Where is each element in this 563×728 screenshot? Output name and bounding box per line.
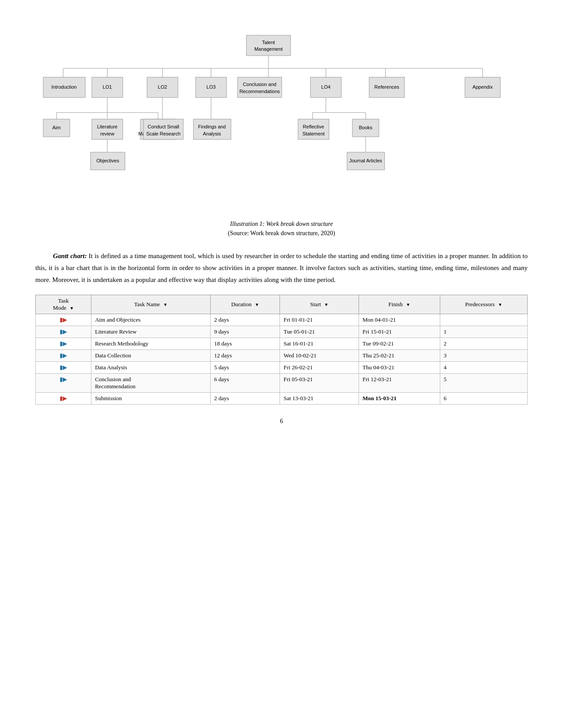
svg-rect-36 xyxy=(92,119,123,139)
task-start-cell: Sat 13-03-21 xyxy=(280,393,359,405)
svg-rect-51 xyxy=(193,119,231,139)
task-start-cell: Sat 16-01-21 xyxy=(280,338,359,350)
svg-text:Books: Books xyxy=(359,125,372,130)
svg-text:Statement: Statement xyxy=(302,131,324,136)
task-finish-cell: Thu 25-02-21 xyxy=(359,350,440,362)
task-name-cell: Data Analysis xyxy=(91,362,211,374)
task-start-cell: Fri 05-03-21 xyxy=(280,374,359,393)
svg-text:References: References xyxy=(374,84,399,90)
task-mode-cell: ▮▶ xyxy=(36,350,91,362)
th-finish[interactable]: Finish ▼ xyxy=(359,295,440,314)
task-finish-cell: Mon 15-03-21 xyxy=(359,393,440,405)
gantt-body-text: It is defined as a time management tool,… xyxy=(35,252,528,283)
task-duration-cell: 2 days xyxy=(211,314,280,326)
svg-text:review: review xyxy=(100,131,114,136)
gantt-description: Gantt chart: It is defined as a time man… xyxy=(35,250,528,286)
figure-caption-line2: (Source: Work break down structure, 2020… xyxy=(35,230,528,237)
table-row: ▮▶Aim and Objectices2 daysFri 01-01-21Mo… xyxy=(36,314,528,326)
task-mode-cell: ▮▶ xyxy=(36,362,91,374)
svg-rect-18 xyxy=(238,77,282,98)
task-mode-cell: ▮▶ xyxy=(36,393,91,405)
svg-text:Journal Articles: Journal Articles xyxy=(349,158,382,163)
svg-rect-47 xyxy=(144,119,183,139)
task-mode-cell: ▮▶ xyxy=(36,374,91,393)
task-finish-cell: Thu 04-03-21 xyxy=(359,362,440,374)
svg-rect-0 xyxy=(246,35,291,56)
svg-text:Talent: Talent xyxy=(262,40,275,45)
task-finish-cell: Tue 09-02-21 xyxy=(359,338,440,350)
task-pred-cell: 4 xyxy=(440,362,527,374)
table-row: ▮▶Data Analysis5 daysFri 26-02-21Thu 04-… xyxy=(36,362,528,374)
task-start-cell: Tue 05-01-21 xyxy=(280,326,359,338)
task-finish-cell: Mon 04-01-21 xyxy=(359,314,440,326)
task-start-cell: Fri 01-01-21 xyxy=(280,314,359,326)
svg-text:LO2: LO2 xyxy=(158,84,167,90)
svg-text:Objectives: Objectives xyxy=(96,158,119,163)
figure-caption-line1: Illustration 1: Work break down structur… xyxy=(35,221,528,228)
task-pred-cell: 6 xyxy=(440,393,527,405)
table-row: ▮▶Submission2 daysSat 13-03-21Mon 15-03-… xyxy=(36,393,528,405)
svg-text:Appendix: Appendix xyxy=(472,84,493,90)
th-task-name[interactable]: Task Name ▼ xyxy=(91,295,211,314)
svg-text:Reflective: Reflective xyxy=(302,124,324,129)
task-start-cell: Wed 10-02-21 xyxy=(280,350,359,362)
th-predecessors[interactable]: Predecessors ▼ xyxy=(440,295,527,314)
task-name-cell: Conclusion andRecommendation xyxy=(91,374,211,393)
th-duration[interactable]: Duration ▼ xyxy=(211,295,280,314)
task-start-cell: Fri 26-02-21 xyxy=(280,362,359,374)
svg-text:Conduct Small: Conduct Small xyxy=(147,124,179,129)
svg-text:Analysis: Analysis xyxy=(203,131,221,136)
wbs-diagram: .box { fill: #e0e0e0; stroke: #999; stro… xyxy=(35,26,528,216)
svg-text:LO4: LO4 xyxy=(321,84,330,90)
task-duration-cell: 12 days xyxy=(211,350,280,362)
task-duration-cell: 18 days xyxy=(211,338,280,350)
task-finish-cell: Fri 15-01-21 xyxy=(359,326,440,338)
table-row: ▮▶Literature Review9 daysTue 05-01-21Fri… xyxy=(36,326,528,338)
task-duration-cell: 6 days xyxy=(211,374,280,393)
page-number: 6 xyxy=(35,418,528,425)
task-duration-cell: 9 days xyxy=(211,326,280,338)
task-pred-cell: 1 xyxy=(440,326,527,338)
gantt-bold-label: Gantt chart: xyxy=(53,252,87,259)
task-duration-cell: 5 days xyxy=(211,362,280,374)
svg-text:Scale Research: Scale Research xyxy=(146,131,181,136)
task-finish-cell: Fri 12-03-21 xyxy=(359,374,440,393)
task-name-cell: Research Methodology xyxy=(91,338,211,350)
task-pred-cell: 5 xyxy=(440,374,527,393)
svg-rect-57 xyxy=(298,119,329,139)
svg-text:Findings and: Findings and xyxy=(198,124,226,129)
gantt-table: TaskMode ▼ Task Name ▼ Duration ▼ Start … xyxy=(35,295,528,405)
wbs-svg: .box { fill: #e0e0e0; stroke: #999; stro… xyxy=(39,26,525,216)
svg-text:Literature: Literature xyxy=(97,124,117,129)
svg-text:LO1: LO1 xyxy=(102,84,112,90)
table-row: ▮▶Data Collection12 daysWed 10-02-21Thu … xyxy=(36,350,528,362)
task-mode-cell: ▮▶ xyxy=(36,314,91,326)
task-name-cell: Data Collection xyxy=(91,350,211,362)
task-duration-cell: 2 days xyxy=(211,393,280,405)
task-name-cell: Aim and Objectices xyxy=(91,314,211,326)
svg-text:Introduction: Introduction xyxy=(51,84,76,90)
svg-text:Aim: Aim xyxy=(52,125,60,130)
task-mode-cell: ▮▶ xyxy=(36,326,91,338)
task-name-cell: Submission xyxy=(91,393,211,405)
task-pred-cell xyxy=(440,314,527,326)
table-row: ▮▶Research Methodology18 daysSat 16-01-2… xyxy=(36,338,528,350)
svg-text:Conclusion and: Conclusion and xyxy=(243,82,276,87)
table-row: ▮▶Conclusion andRecommendation6 daysFri … xyxy=(36,374,528,393)
task-pred-cell: 2 xyxy=(440,338,527,350)
svg-text:Management: Management xyxy=(254,46,282,52)
svg-text:Recommendations: Recommendations xyxy=(239,89,280,94)
th-task-mode[interactable]: TaskMode ▼ xyxy=(36,295,91,314)
svg-text:LO3: LO3 xyxy=(206,84,215,90)
task-pred-cell: 3 xyxy=(440,350,527,362)
task-name-cell: Literature Review xyxy=(91,326,211,338)
th-start[interactable]: Start ▼ xyxy=(280,295,359,314)
task-mode-cell: ▮▶ xyxy=(36,338,91,350)
